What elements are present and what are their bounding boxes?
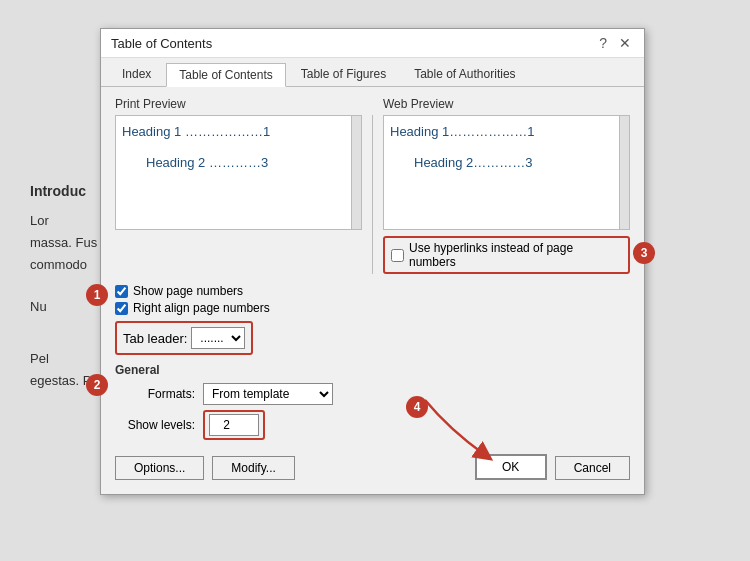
tab-index[interactable]: Index bbox=[109, 62, 164, 86]
web-preview-label: Web Preview bbox=[383, 97, 630, 111]
general-section: General Formats: From template Show leve… bbox=[115, 363, 630, 440]
print-preview-label: Print Preview bbox=[115, 97, 362, 111]
print-heading1: Heading 1 ………………1 bbox=[122, 124, 355, 139]
close-button[interactable]: ✕ bbox=[616, 35, 634, 51]
preview-divider bbox=[372, 115, 373, 274]
right-align-item: Right align page numbers bbox=[115, 301, 630, 315]
badge-1: 1 bbox=[86, 284, 108, 306]
badge-2: 2 bbox=[86, 374, 108, 396]
tab-leader-select[interactable]: ....... bbox=[191, 327, 245, 349]
previews-row: Print Preview Heading 1 ………………1 Heading … bbox=[115, 97, 630, 274]
ok-button[interactable]: OK bbox=[475, 454, 547, 480]
web-preview-box: Heading 1………………1 Heading 2…………3 bbox=[383, 115, 630, 230]
tab-table-of-figures[interactable]: Table of Figures bbox=[288, 62, 399, 86]
general-label: General bbox=[115, 363, 630, 377]
help-button[interactable]: ? bbox=[596, 35, 610, 51]
web-preview-scrollbar[interactable] bbox=[619, 116, 629, 229]
tab-leader-outlined: Tab leader: ....... bbox=[115, 321, 253, 355]
right-align-label: Right align page numbers bbox=[133, 301, 270, 315]
options-button[interactable]: Options... bbox=[115, 456, 204, 480]
badge-3: 3 bbox=[633, 242, 655, 264]
web-preview-section: Web Preview Heading 1………………1 Heading 2……… bbox=[383, 97, 630, 274]
tab-leader-section: Tab leader: ....... bbox=[115, 321, 630, 355]
badge-4: 4 bbox=[406, 396, 428, 418]
dialog-table-of-contents: Table of Contents ? ✕ Index Table of Con… bbox=[100, 28, 645, 495]
show-page-numbers-label: Show page numbers bbox=[133, 284, 243, 298]
bottom-buttons: Options... Modify... OK Cancel bbox=[115, 454, 630, 480]
print-heading2: Heading 2 …………3 bbox=[122, 155, 355, 170]
show-page-numbers-checkbox[interactable] bbox=[115, 285, 128, 298]
cancel-button[interactable]: Cancel bbox=[555, 456, 630, 480]
show-levels-row: Show levels: bbox=[115, 410, 630, 440]
dialog-content: Print Preview Heading 1 ………………1 Heading … bbox=[101, 87, 644, 494]
show-page-numbers-item: Show page numbers bbox=[115, 284, 630, 298]
web-heading1: Heading 1………………1 bbox=[390, 124, 623, 139]
formats-select[interactable]: From template bbox=[203, 383, 333, 405]
tab-table-of-authorities[interactable]: Table of Authorities bbox=[401, 62, 528, 86]
tab-leader-label: Tab leader: bbox=[123, 331, 187, 346]
show-levels-outlined bbox=[203, 410, 265, 440]
use-hyperlinks-outlined: Use hyperlinks instead of page numbers bbox=[383, 236, 630, 274]
use-hyperlinks-label: Use hyperlinks instead of page numbers bbox=[409, 241, 622, 269]
formats-label: Formats: bbox=[115, 387, 195, 401]
print-preview-box: Heading 1 ………………1 Heading 2 …………3 bbox=[115, 115, 362, 230]
right-align-checkbox[interactable] bbox=[115, 302, 128, 315]
show-levels-input[interactable] bbox=[209, 414, 259, 436]
modify-button[interactable]: Modify... bbox=[212, 456, 294, 480]
print-preview-section: Print Preview Heading 1 ………………1 Heading … bbox=[115, 97, 362, 274]
formats-row: Formats: From template bbox=[115, 383, 630, 405]
use-hyperlinks-checkbox[interactable] bbox=[391, 249, 404, 262]
title-bar-buttons: ? ✕ bbox=[596, 35, 634, 51]
dialog-title-bar: Table of Contents ? ✕ bbox=[101, 29, 644, 58]
dialog-tabs: Index Table of Contents Table of Figures… bbox=[101, 58, 644, 87]
page-number-checks: Show page numbers Right align page numbe… bbox=[115, 284, 630, 315]
web-heading2: Heading 2…………3 bbox=[390, 155, 623, 170]
dialog-title: Table of Contents bbox=[111, 36, 212, 51]
show-levels-label: Show levels: bbox=[115, 418, 195, 432]
print-preview-scrollbar[interactable] bbox=[351, 116, 361, 229]
tab-table-of-contents[interactable]: Table of Contents bbox=[166, 63, 285, 87]
web-checks: Use hyperlinks instead of page numbers bbox=[383, 236, 630, 274]
